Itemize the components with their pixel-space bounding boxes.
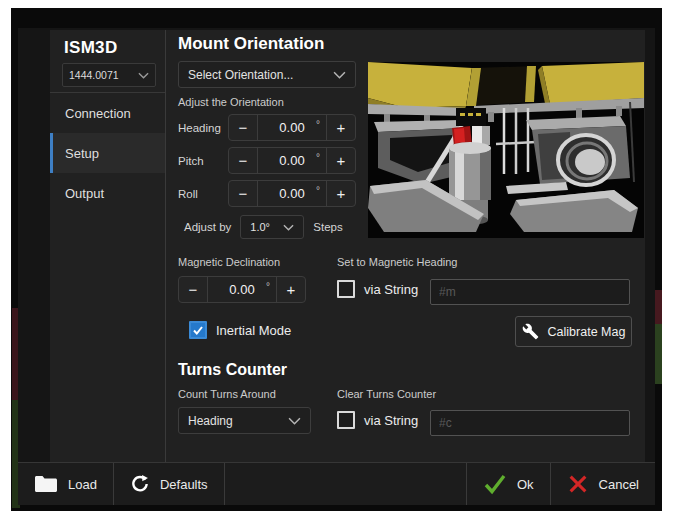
adjust-step-select[interactable]: 1.0° xyxy=(240,215,304,239)
pitch-label: Pitch xyxy=(178,155,228,167)
inertial-mode-checkbox[interactable] xyxy=(189,321,207,339)
load-button[interactable]: Load xyxy=(18,463,113,505)
wrench-icon xyxy=(522,323,539,340)
roll-value[interactable]: 0.00° xyxy=(258,181,326,206)
background-strip xyxy=(654,324,662,384)
calibrate-mag-button[interactable]: Calibrate Mag xyxy=(515,316,632,347)
chevron-down-icon xyxy=(283,224,294,231)
turns-counter-title: Turns Counter xyxy=(178,361,287,379)
folder-icon xyxy=(34,475,58,493)
declination-increment-button[interactable]: + xyxy=(276,277,305,302)
setup-page: Mount Orientation Select Orientation... xyxy=(167,30,645,462)
declination-spinner: − 0.00° + xyxy=(178,276,306,303)
degree-unit: ° xyxy=(316,185,320,196)
inertial-mode-label: Inertial Mode xyxy=(216,323,291,338)
count-turns-label: Count Turns Around xyxy=(178,388,276,400)
pitch-decrement-button[interactable]: − xyxy=(229,148,258,173)
mag-string-input[interactable] xyxy=(430,279,630,305)
heading-spinner-row: Heading − 0.00° + xyxy=(178,114,356,141)
inertial-mode-row: Inertial Mode xyxy=(189,321,291,339)
magnetic-declination-label: Magnetic Declination xyxy=(178,256,280,268)
heading-label: Heading xyxy=(178,122,228,134)
steps-label: Steps xyxy=(313,221,342,233)
roll-spinner-row: Roll − 0.00° + xyxy=(178,180,356,207)
rov-3d-viewport[interactable] xyxy=(368,62,644,238)
mag-via-string-row: via String xyxy=(337,280,418,298)
app-title: ISM3D xyxy=(64,38,117,58)
turns-via-string-checkbox[interactable] xyxy=(337,411,355,429)
adjust-orientation-label: Adjust the Orientation xyxy=(178,96,284,108)
x-icon xyxy=(567,473,589,495)
roll-spinner: − 0.00° + xyxy=(228,180,356,207)
declination-spinner-row: − 0.00° + xyxy=(178,276,306,303)
roll-label: Roll xyxy=(178,188,228,200)
count-turns-value: Heading xyxy=(188,414,288,428)
pitch-spinner: − 0.00° + xyxy=(228,147,356,174)
degree-unit: ° xyxy=(316,119,320,130)
orientation-select[interactable]: Select Orientation... xyxy=(178,61,356,88)
declination-value[interactable]: 0.00° xyxy=(208,277,276,302)
chevron-down-icon xyxy=(138,72,149,79)
heading-value[interactable]: 0.00° xyxy=(258,115,326,140)
chevron-down-icon xyxy=(288,417,301,425)
pitch-value[interactable]: 0.00° xyxy=(258,148,326,173)
sidebar-item-connection[interactable]: Connection xyxy=(50,93,165,133)
turns-via-string-label: via String xyxy=(364,413,418,428)
checkmark-icon xyxy=(483,473,507,495)
mag-via-string-label: via String xyxy=(364,282,418,297)
orientation-select-value: Select Orientation... xyxy=(188,68,333,82)
turns-via-string-row: via String xyxy=(337,411,418,429)
heading-spinner: − 0.00° + xyxy=(228,114,356,141)
count-turns-select[interactable]: Heading xyxy=(178,407,311,434)
chevron-down-icon xyxy=(333,71,346,79)
turns-string-input[interactable] xyxy=(430,410,630,436)
sidebar-item-setup[interactable]: Setup xyxy=(50,133,165,173)
device-select-value: 1444.0071 xyxy=(69,69,138,81)
dialog-toolbar: Load Defaults Ok Cancel xyxy=(18,462,655,505)
degree-unit: ° xyxy=(266,281,270,292)
sidebar-item-output[interactable]: Output xyxy=(50,173,165,213)
mag-via-string-checkbox[interactable] xyxy=(337,280,355,298)
pitch-spinner-row: Pitch − 0.00° + xyxy=(178,147,356,174)
ok-button[interactable]: Ok xyxy=(467,463,550,505)
roll-increment-button[interactable]: + xyxy=(326,181,355,206)
adjust-by-row: Adjust by 1.0° Steps xyxy=(184,215,343,239)
settings-panel: ISM3D 1444.0071 Connection Setup Output … xyxy=(50,30,645,462)
heading-increment-button[interactable]: + xyxy=(326,115,355,140)
adjust-by-label: Adjust by xyxy=(184,221,231,233)
toolbar-spacer xyxy=(225,463,466,505)
cancel-button[interactable]: Cancel xyxy=(551,463,655,505)
device-select[interactable]: 1444.0071 xyxy=(62,63,156,87)
screenshot-frame: ISM3D 1444.0071 Connection Setup Output … xyxy=(0,0,673,516)
background-strip xyxy=(654,290,662,324)
degree-unit: ° xyxy=(316,152,320,163)
rov-render-image xyxy=(368,62,644,238)
defaults-button[interactable]: Defaults xyxy=(114,463,224,505)
checkmark-icon xyxy=(192,325,204,336)
ism3d-settings-window: ISM3D 1444.0071 Connection Setup Output … xyxy=(18,28,655,505)
roll-decrement-button[interactable]: − xyxy=(229,181,258,206)
set-magnetic-heading-label: Set to Magnetic Heading xyxy=(337,256,457,268)
sidebar: ISM3D 1444.0071 Connection Setup Output xyxy=(50,30,166,462)
declination-decrement-button[interactable]: − xyxy=(179,277,208,302)
clear-turns-label: Clear Turns Counter xyxy=(337,388,436,400)
mount-orientation-title: Mount Orientation xyxy=(178,34,324,54)
refresh-icon xyxy=(130,474,150,494)
heading-decrement-button[interactable]: − xyxy=(229,115,258,140)
sidebar-nav: Connection Setup Output xyxy=(50,92,165,213)
pitch-increment-button[interactable]: + xyxy=(326,148,355,173)
adjust-step-value: 1.0° xyxy=(250,221,283,233)
